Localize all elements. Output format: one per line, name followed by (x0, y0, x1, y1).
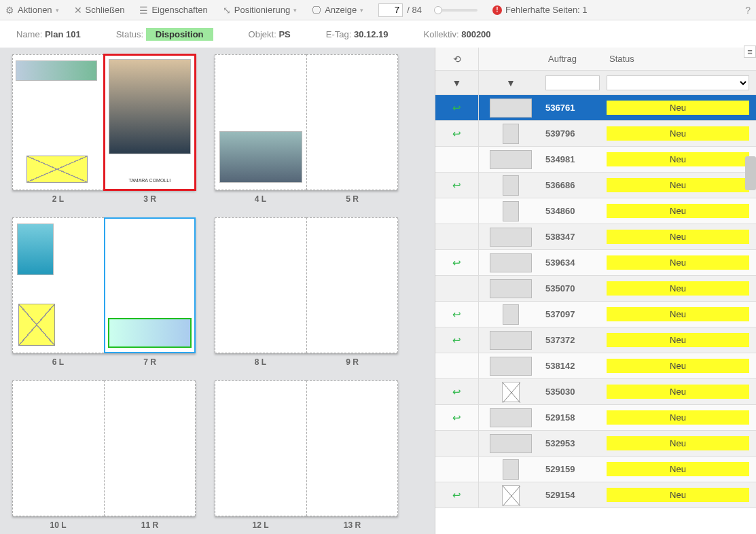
status-filter-select[interactable] (607, 75, 749, 90)
page-4L[interactable] (215, 54, 306, 190)
preview-thumb (503, 124, 519, 144)
status-label: Status: (116, 29, 143, 39)
status-badge: Disposition (146, 28, 213, 41)
expand-icon: ⤡ (223, 5, 231, 16)
grid-row[interactable]: ↩539796Neu (435, 121, 756, 147)
grid-row[interactable]: 538347Neu (435, 224, 756, 250)
spread-6-7[interactable]: 6 L7 R (12, 217, 196, 367)
page-13R[interactable] (306, 380, 399, 516)
grid-header: ⟲ Auftrag Status (435, 48, 756, 71)
grid-row[interactable]: 534860Neu (435, 198, 756, 224)
eigenschaften-button[interactable]: ☰Eigenschaften (139, 5, 207, 16)
grid-row[interactable]: ↩529154Neu (435, 482, 756, 508)
preview-thumb (490, 279, 532, 298)
aktionen-menu[interactable]: ⚙Aktionen▾ (5, 5, 59, 16)
status-cell: Neu (607, 178, 749, 192)
auftrag-cell: 534860 (543, 206, 607, 216)
ad-thumb (17, 224, 54, 275)
placeholder-icon (18, 304, 55, 346)
positionierung-label: Positionierung (234, 5, 290, 15)
preview-thumb (503, 304, 519, 325)
reply-icon: ↩ (452, 386, 461, 398)
spread-12-13[interactable]: 12 L13 R (215, 380, 398, 530)
reply-icon: ↩ (452, 102, 461, 114)
page-12L[interactable] (215, 380, 306, 516)
auftrag-filter-input[interactable] (545, 75, 600, 90)
error-indicator[interactable]: !Fehlerhafte Seiten: 1 (492, 5, 588, 15)
page-6L[interactable] (12, 217, 104, 353)
auftrag-cell: 538347 (543, 232, 607, 242)
page-5R[interactable] (306, 54, 399, 190)
anzeige-menu[interactable]: 🖵Anzeige▾ (312, 5, 363, 16)
page-7R[interactable] (104, 217, 196, 353)
auftrag-cell: 535070 (543, 283, 607, 293)
grid-row[interactable]: ↩529158Neu (435, 405, 756, 431)
grid-row[interactable]: ↩536686Neu (435, 173, 756, 198)
auftrag-header[interactable]: Auftrag (545, 54, 577, 64)
status-cell: Neu (607, 255, 749, 270)
spread-10-11[interactable]: 10 L11 R (12, 380, 196, 530)
kollektiv-value: 800200 (461, 29, 490, 39)
auftrag-cell: 539634 (543, 257, 607, 268)
grid-row[interactable]: ↩539634Neu (435, 250, 756, 276)
grid-row[interactable]: ↩537097Neu (435, 302, 756, 327)
status-cell: Neu (607, 307, 749, 321)
page-label: 11 R (104, 520, 196, 530)
positionierung-menu[interactable]: ⤡Positionierung▾ (223, 5, 297, 16)
refresh-icon[interactable]: ⟲ (453, 54, 461, 65)
reply-icon: ↩ (452, 179, 461, 192)
page-input[interactable] (378, 3, 403, 17)
page-nav: / 84 (378, 3, 422, 17)
grid-row[interactable]: ↩535030Neu (435, 379, 756, 405)
slider-knob[interactable] (434, 6, 442, 14)
close-button[interactable]: ✕Schließen (74, 5, 125, 16)
gears-icon: ⚙ (5, 5, 14, 16)
grid-row[interactable]: 532953Neu (435, 431, 756, 457)
spread-2-3[interactable]: TAMARA COMOLLI 2 L3 R (12, 54, 196, 204)
grid-row[interactable]: ↩536761Neu (435, 95, 756, 121)
kollektiv-label: Kollektiv: (424, 29, 459, 39)
chevron-down-icon: ▾ (56, 7, 59, 14)
grid-row[interactable]: 538142Neu (435, 353, 756, 379)
auftrag-cell: 536761 (543, 103, 607, 113)
page-2L[interactable] (12, 54, 104, 190)
page-11R[interactable] (104, 380, 196, 516)
preview-thumb (490, 331, 532, 350)
grid-row[interactable]: 529159Neu (435, 457, 756, 482)
filter-icon[interactable]: ▼ (452, 77, 462, 88)
panel-menu-icon[interactable]: ≡ (744, 46, 756, 58)
status-header[interactable]: Status (607, 54, 634, 64)
scrollbar-thumb[interactable] (745, 156, 756, 190)
grid-row[interactable]: 535070Neu (435, 276, 756, 302)
page-label: 2 L (12, 194, 104, 204)
page-9R[interactable] (306, 217, 399, 353)
preview-thumb (490, 434, 532, 453)
chevron-down-icon: ▾ (360, 7, 363, 14)
auftrag-cell: 529158 (543, 412, 607, 423)
status-cell: Neu (607, 230, 749, 244)
reply-icon: ↩ (452, 257, 461, 269)
spread-8-9[interactable]: 8 L9 R (215, 217, 398, 367)
name-value: Plan 101 (45, 29, 81, 39)
auftrag-cell: 532953 (543, 438, 607, 448)
status-cell: Neu (607, 410, 749, 425)
page-label: 3 R (104, 194, 196, 204)
reply-icon: ↩ (452, 334, 461, 346)
ad-thumb (219, 131, 302, 183)
page-10L[interactable] (12, 380, 104, 516)
chevron-down-icon: ▾ (293, 7, 297, 14)
page-label: 10 L (12, 520, 104, 530)
page-3R[interactable]: TAMARA COMOLLI (104, 54, 196, 190)
grid-body: ↩536761Neu↩539796Neu534981Neu↩536686Neu5… (435, 95, 756, 508)
zoom-slider[interactable] (437, 9, 478, 12)
page-total: / 84 (407, 5, 422, 15)
page-8L[interactable] (215, 217, 306, 353)
spread-4-5[interactable]: 4 L5 R (215, 54, 398, 204)
grid-row[interactable]: 534981Neu (435, 147, 756, 173)
help-button[interactable]: ? (745, 5, 751, 16)
filter-icon[interactable]: ▼ (506, 77, 516, 88)
placeholder-icon (26, 156, 88, 183)
objekt-label: Objekt: (249, 29, 276, 39)
grid-row[interactable]: ↩537372Neu (435, 327, 756, 353)
close-icon: ✕ (74, 5, 82, 16)
